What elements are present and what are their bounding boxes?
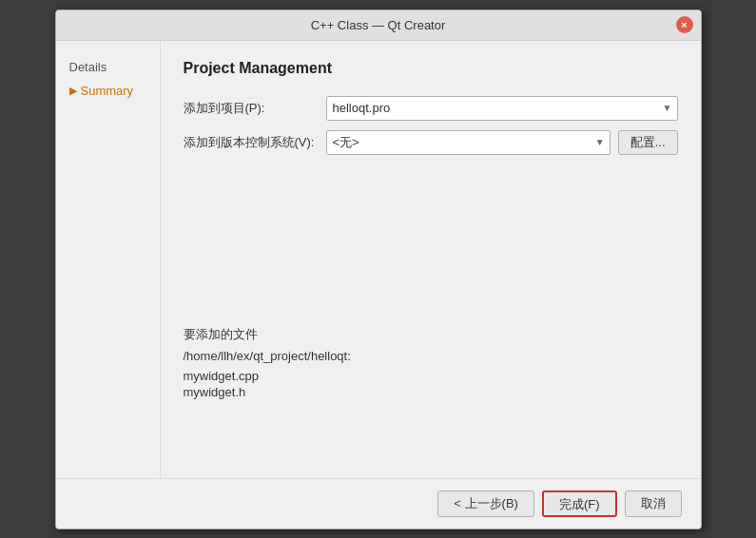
- title-text: C++ Class — Qt Creator: [311, 18, 446, 32]
- arrow-icon: ▶: [69, 85, 77, 97]
- sidebar-item-details[interactable]: Details: [64, 56, 152, 78]
- footer: < 上一步(B) 完成(F) 取消: [56, 478, 701, 528]
- add-to-project-select-wrapper: helloqt.pro ▼: [326, 96, 678, 121]
- back-button[interactable]: < 上一步(B): [437, 490, 534, 517]
- files-section-label: 要添加的文件: [184, 326, 678, 343]
- add-to-project-row: 添加到项目(P): helloqt.pro ▼: [184, 96, 678, 121]
- title-bar: C++ Class — Qt Creator ×: [56, 10, 701, 41]
- sidebar-item-summary[interactable]: ▶ Summary: [64, 80, 152, 102]
- file-path: /home/llh/ex/qt_project/helloqt:: [184, 349, 678, 363]
- add-to-vcs-control: <无> ▼ 配置...: [326, 130, 678, 155]
- sidebar-item-details-label: Details: [69, 60, 107, 74]
- add-to-vcs-select-wrapper: <无> ▼: [326, 130, 611, 155]
- dialog-body: Details ▶ Summary Project Management 添加到…: [56, 41, 701, 478]
- finish-button[interactable]: 完成(F): [542, 490, 617, 517]
- add-to-project-select[interactable]: helloqt.pro: [326, 96, 678, 121]
- page-title: Project Management: [184, 60, 678, 77]
- close-button[interactable]: ×: [676, 16, 693, 33]
- main-content: Project Management 添加到项目(P): helloqt.pro…: [161, 41, 701, 478]
- sidebar-item-summary-label: Summary: [81, 84, 134, 98]
- sidebar: Details ▶ Summary: [56, 41, 161, 478]
- add-to-vcs-select[interactable]: <无>: [326, 130, 611, 155]
- file-item-0: mywidget.cpp: [184, 369, 678, 383]
- add-to-project-control: helloqt.pro ▼: [326, 96, 678, 121]
- add-to-vcs-row: 添加到版本控制系统(V): <无> ▼ 配置...: [184, 130, 678, 155]
- add-to-project-label: 添加到项目(P):: [184, 100, 326, 117]
- add-to-vcs-label: 添加到版本控制系统(V):: [184, 134, 326, 151]
- cancel-button[interactable]: 取消: [625, 490, 682, 517]
- file-item-1: mywidget.h: [184, 385, 678, 399]
- dialog: C++ Class — Qt Creator × Details ▶ Summa…: [55, 10, 702, 529]
- configure-button[interactable]: 配置...: [618, 130, 678, 155]
- files-section: 要添加的文件 /home/llh/ex/qt_project/helloqt: …: [184, 326, 678, 399]
